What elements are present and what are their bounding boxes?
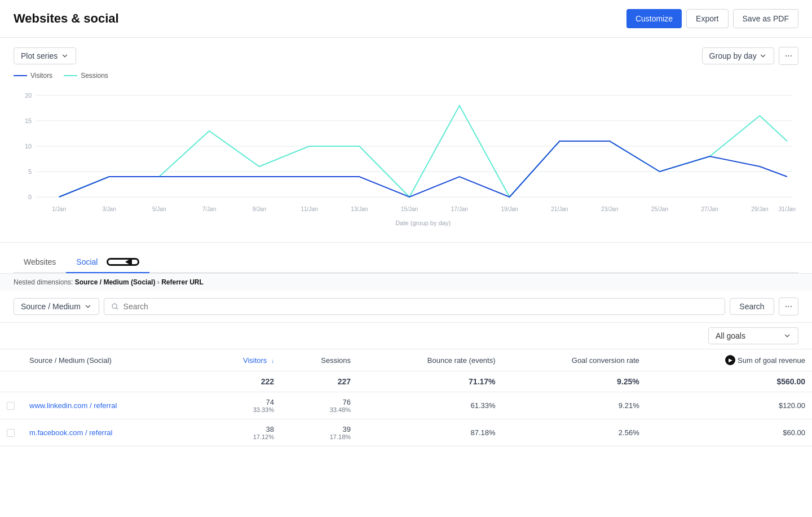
chart-legend: Visitors Sessions <box>14 72 798 80</box>
total-checkbox-cell <box>0 371 23 392</box>
search-box[interactable] <box>104 298 725 315</box>
svg-text:Date (group by day): Date (group by day) <box>395 220 451 226</box>
tabs-bar: Websites Social <box>14 252 798 273</box>
svg-text:5/Jan: 5/Jan <box>152 206 166 212</box>
tabs-section: Websites Social <box>0 243 812 274</box>
total-sessions: 227 <box>281 371 358 392</box>
row1-sessions: 76 33.48% <box>281 392 358 419</box>
save-pdf-button[interactable]: Save as PDF <box>733 9 798 28</box>
table-more-button[interactable]: ··· <box>779 297 798 316</box>
legend-sessions-label: Sessions <box>81 72 108 80</box>
svg-text:3/Jan: 3/Jan <box>102 206 116 212</box>
svg-text:27/Jan: 27/Jan <box>701 206 718 212</box>
table-header-row: Source / Medium (Social) Visitors ↓ Sess… <box>0 349 812 371</box>
row1-visitors: 74 33.33% <box>202 392 281 419</box>
total-goal-revenue: $560.00 <box>646 371 812 392</box>
plot-series-label: Plot series <box>21 51 58 60</box>
sort-arrow: ↓ <box>271 358 274 364</box>
row2-link[interactable]: m.facebook.com / referral <box>29 428 112 437</box>
nested-dimensions: Nested dimensions: Source / Medium (Soci… <box>0 274 812 291</box>
chart-toolbar-right: Group by day ··· <box>702 47 798 65</box>
sessions-line <box>64 75 77 76</box>
chevron-down-icon <box>61 52 69 60</box>
header-actions: Customize Export Save as PDF <box>626 9 798 28</box>
export-button[interactable]: Export <box>686 9 728 28</box>
svg-text:13/Jan: 13/Jan <box>351 206 368 212</box>
row2-visitors: 38 17.12% <box>202 419 281 446</box>
search-button[interactable]: Search <box>730 298 774 315</box>
col-visitors[interactable]: Visitors ↓ <box>202 349 281 371</box>
group-by-label: Group by day <box>709 51 757 60</box>
search-input[interactable] <box>123 302 718 311</box>
customize-button[interactable]: Customize <box>626 9 682 28</box>
svg-text:29/Jan: 29/Jan <box>751 206 768 212</box>
all-goals-row: All goals <box>0 323 812 349</box>
row2-bounce-rate: 87.18% <box>358 419 502 446</box>
chart-more-button[interactable]: ··· <box>779 47 798 65</box>
total-label-cell <box>23 371 202 392</box>
total-visitors: 222 <box>202 371 281 392</box>
tab-social[interactable]: Social <box>66 252 149 273</box>
all-goals-select[interactable]: All goals <box>708 327 798 344</box>
row2-checkbox[interactable] <box>7 429 15 437</box>
row2-checkbox-cell[interactable] <box>0 419 23 446</box>
row1-goal-revenue: $120.00 <box>646 392 812 419</box>
col-goal-revenue: ▶ Sum of goal revenue <box>646 349 812 371</box>
svg-text:10: 10 <box>25 143 32 150</box>
total-row: 222 227 71.17% 9.25% $560.00 <box>0 371 812 392</box>
svg-text:15: 15 <box>25 117 32 124</box>
row1-checkbox-cell[interactable] <box>0 392 23 419</box>
page-title: Websites & social <box>14 11 119 26</box>
visitors-line <box>14 75 27 76</box>
row1-checkbox[interactable] <box>7 402 15 410</box>
all-goals-label: All goals <box>716 331 745 340</box>
chart-container: 20 15 10 5 0 1/Jan 3/Jan 5/Jan 7/Jan 9/J… <box>14 84 798 242</box>
chevron-down-icon <box>84 303 92 310</box>
nested-dim2: Referrer URL <box>161 278 204 286</box>
chevron-down-icon <box>759 52 767 60</box>
col-goal-conversion: Goal conversion rate <box>502 349 646 371</box>
svg-text:11/Jan: 11/Jan <box>301 206 317 212</box>
data-table: Source / Medium (Social) Visitors ↓ Sess… <box>0 349 812 446</box>
legend-sessions: Sessions <box>64 72 108 80</box>
svg-text:15/Jan: 15/Jan <box>401 206 418 212</box>
plot-series-select[interactable]: Plot series <box>14 47 76 64</box>
svg-text:19/Jan: 19/Jan <box>501 206 518 212</box>
svg-text:25/Jan: 25/Jan <box>651 206 668 212</box>
row2-sessions: 39 17.18% <box>281 419 358 446</box>
svg-text:5: 5 <box>28 168 32 175</box>
row1-goal-conversion: 9.21% <box>502 392 646 419</box>
col-sessions: Sessions <box>281 349 358 371</box>
nested-dim1: Source / Medium (Social) <box>75 278 156 286</box>
svg-text:17/Jan: 17/Jan <box>451 206 468 212</box>
dimension-label: Source / Medium <box>21 302 81 311</box>
legend-visitors-label: Visitors <box>30 72 52 80</box>
table-toolbar: Source / Medium Search ··· <box>0 291 812 323</box>
svg-text:23/Jan: 23/Jan <box>601 206 618 212</box>
chevron-down-icon <box>783 332 791 340</box>
group-by-button[interactable]: Group by day <box>702 47 774 64</box>
row1-bounce-rate: 61.33% <box>358 392 502 419</box>
table-row: www.linkedin.com / referral 74 33.33% 76… <box>0 392 812 419</box>
col-checkbox <box>0 349 23 371</box>
tab-websites[interactable]: Websites <box>14 252 66 273</box>
svg-text:7/Jan: 7/Jan <box>202 206 217 212</box>
row2-goal-conversion: 2.56% <box>502 419 646 446</box>
svg-text:21/Jan: 21/Jan <box>551 206 568 212</box>
table-row: m.facebook.com / referral 38 17.12% 39 1… <box>0 419 812 446</box>
social-arrow-annotation <box>107 258 139 266</box>
search-icon <box>111 303 119 310</box>
dimension-select[interactable]: Source / Medium <box>14 298 99 315</box>
col-bounce-rate: Bounce rate (events) <box>358 349 502 371</box>
chart-toolbar: Plot series Group by day ··· <box>14 47 798 65</box>
svg-text:1/Jan: 1/Jan <box>52 206 66 212</box>
legend-visitors: Visitors <box>14 72 52 80</box>
svg-text:20: 20 <box>25 92 32 99</box>
svg-text:31/Jan: 31/Jan <box>779 206 796 212</box>
table-wrapper: All goals Source / Medium (Social) Visit… <box>0 323 812 460</box>
row1-link[interactable]: www.linkedin.com / referral <box>29 401 117 410</box>
goal-icon: ▶ <box>725 355 735 365</box>
row2-goal-revenue: $60.00 <box>646 419 812 446</box>
svg-text:0: 0 <box>28 194 32 200</box>
chart-section: Plot series Group by day ··· Visitors Se… <box>0 38 812 243</box>
